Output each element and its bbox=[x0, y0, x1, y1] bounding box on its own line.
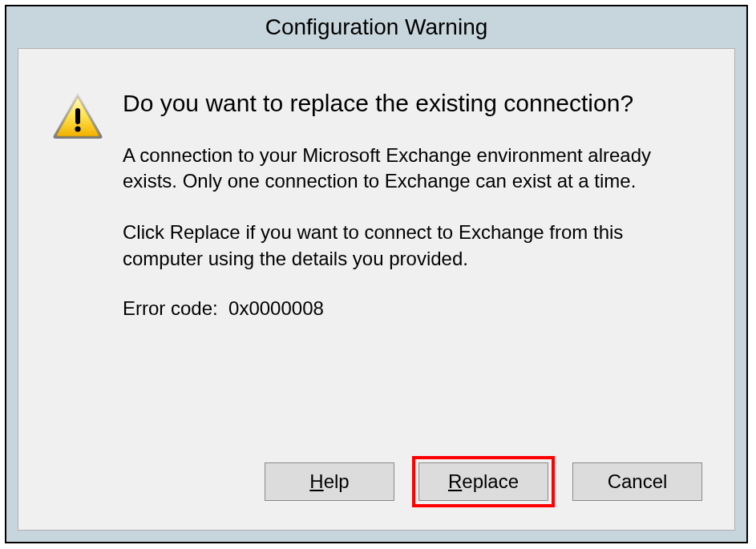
error-code-line: Error code: 0x0000008 bbox=[123, 297, 686, 320]
text-column: Do you want to replace the existing conn… bbox=[123, 87, 702, 320]
replace-highlight: Replace bbox=[412, 456, 555, 507]
dialog-title: Configuration Warning bbox=[265, 14, 488, 40]
error-code-value: 0x0000008 bbox=[228, 297, 324, 319]
content-row: Do you want to replace the existing conn… bbox=[51, 87, 702, 320]
replace-mnemonic: R bbox=[448, 470, 462, 492]
dialog-client-area: Do you want to replace the existing conn… bbox=[18, 48, 735, 531]
cancel-button[interactable]: Cancel bbox=[572, 462, 702, 501]
title-bar: Configuration Warning bbox=[6, 6, 746, 48]
help-label-rest: elp bbox=[324, 470, 350, 492]
dialog-window: Configuration Warning bbox=[5, 5, 748, 543]
button-row: Help Replace Cancel bbox=[51, 456, 702, 507]
dialog-body-1: A connection to your Microsoft Exchange … bbox=[123, 143, 686, 195]
svg-point-1 bbox=[75, 126, 80, 131]
help-mnemonic: H bbox=[309, 470, 323, 492]
replace-label-rest: eplace bbox=[462, 470, 519, 492]
help-button[interactable]: Help bbox=[265, 462, 394, 501]
replace-button[interactable]: Replace bbox=[418, 462, 548, 501]
cancel-label: Cancel bbox=[608, 470, 668, 493]
dialog-body-2: Click Replace if you want to connect to … bbox=[123, 220, 686, 272]
svg-rect-0 bbox=[75, 108, 80, 124]
warning-icon bbox=[51, 91, 105, 140]
icon-column bbox=[51, 87, 123, 143]
dialog-heading: Do you want to replace the existing conn… bbox=[123, 87, 686, 120]
error-label: Error code: bbox=[123, 297, 218, 319]
